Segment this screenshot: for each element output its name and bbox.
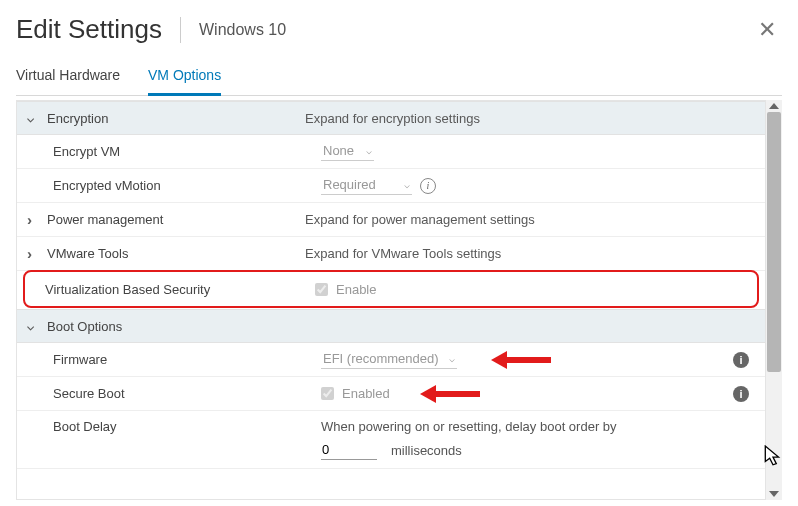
section-boot-header[interactable]: Boot Options <box>17 309 765 343</box>
chevron-right-icon <box>27 245 37 262</box>
edit-settings-dialog: Edit Settings Windows 10 ✕ Virtual Hardw… <box>0 0 798 506</box>
info-icon[interactable]: i <box>733 386 749 402</box>
boot-delay-label: Boot Delay <box>53 419 321 434</box>
vertical-scrollbar[interactable] <box>766 100 782 500</box>
tab-virtual-hardware[interactable]: Virtual Hardware <box>16 61 120 95</box>
section-encryption-header[interactable]: Encryption Expand for encryption setting… <box>17 101 765 135</box>
section-encryption-title: Encryption <box>47 111 305 126</box>
scroll-up-arrow-icon[interactable] <box>769 103 779 109</box>
scrollbar-thumb[interactable] <box>767 112 781 372</box>
firmware-select[interactable]: EFI (recommended) ⌵ <box>321 350 457 369</box>
secure-boot-checkbox-label: Enabled <box>342 386 390 401</box>
vmotion-value: Required <box>323 177 376 192</box>
section-power-header[interactable]: Power management Expand for power manage… <box>17 203 765 237</box>
row-secure-boot: Secure Boot Enabled i <box>17 377 765 411</box>
boot-delay-text: When powering on or resetting, delay boo… <box>321 419 617 434</box>
arrow-annotation <box>420 387 480 401</box>
info-icon[interactable]: i <box>733 352 749 368</box>
vbs-enable-checkbox[interactable] <box>315 283 328 296</box>
row-boot-delay: Boot Delay When powering on or resetting… <box>17 411 765 469</box>
encrypt-vm-select[interactable]: None ⌵ <box>321 142 374 161</box>
settings-content: Encryption Expand for encryption setting… <box>16 100 766 500</box>
arrow-annotation <box>491 353 551 367</box>
tab-bar: Virtual Hardware VM Options <box>16 61 782 96</box>
power-summary: Expand for power management settings <box>305 212 755 227</box>
chevron-down-icon <box>27 319 37 333</box>
section-tools-header[interactable]: VMware Tools Expand for VMware Tools set… <box>17 237 765 271</box>
row-encrypt-vm: Encrypt VM None ⌵ <box>17 135 765 169</box>
secure-boot-label: Secure Boot <box>53 386 321 401</box>
vbs-highlight-annotation: Virtualization Based Security Enable <box>23 270 759 308</box>
chevron-down-icon <box>27 111 37 125</box>
dialog-subtitle: Windows 10 <box>199 21 286 39</box>
boot-title: Boot Options <box>47 319 305 334</box>
vmotion-select[interactable]: Required ⌵ <box>321 176 412 195</box>
info-icon[interactable]: i <box>420 178 436 194</box>
boot-delay-input[interactable] <box>321 440 377 460</box>
chevron-down-icon: ⌵ <box>366 145 372 156</box>
chevron-right-icon <box>27 211 37 228</box>
vbs-enable-label: Enable <box>336 282 376 297</box>
firmware-label: Firmware <box>53 352 321 367</box>
row-vbs: Virtualization Based Security Enable <box>25 272 757 306</box>
power-title: Power management <box>47 212 305 227</box>
section-encryption-summary: Expand for encryption settings <box>305 111 755 126</box>
content-scroll-area: Encryption Expand for encryption setting… <box>16 100 782 500</box>
dialog-title: Edit Settings <box>16 14 162 45</box>
row-firmware: Firmware EFI (recommended) ⌵ i <box>17 343 765 377</box>
encrypt-vm-label: Encrypt VM <box>53 144 321 159</box>
tools-title: VMware Tools <box>47 246 305 261</box>
scrollbar-track[interactable] <box>766 112 782 488</box>
boot-delay-unit: milliseconds <box>391 443 462 458</box>
encrypt-vm-value: None <box>323 143 354 158</box>
tab-vm-options[interactable]: VM Options <box>148 61 221 96</box>
scroll-down-arrow-icon[interactable] <box>769 491 779 497</box>
chevron-down-icon: ⌵ <box>404 179 410 190</box>
close-icon[interactable]: ✕ <box>752 17 782 43</box>
row-encrypted-vmotion: Encrypted vMotion Required ⌵ i <box>17 169 765 203</box>
header-divider <box>180 17 181 43</box>
tools-summary: Expand for VMware Tools settings <box>305 246 755 261</box>
dialog-header: Edit Settings Windows 10 ✕ <box>16 8 782 61</box>
chevron-down-icon: ⌵ <box>449 353 455 364</box>
firmware-value: EFI (recommended) <box>323 351 439 366</box>
vbs-title: Virtualization Based Security <box>45 282 315 297</box>
secure-boot-checkbox[interactable] <box>321 387 334 400</box>
vmotion-label: Encrypted vMotion <box>53 178 321 193</box>
